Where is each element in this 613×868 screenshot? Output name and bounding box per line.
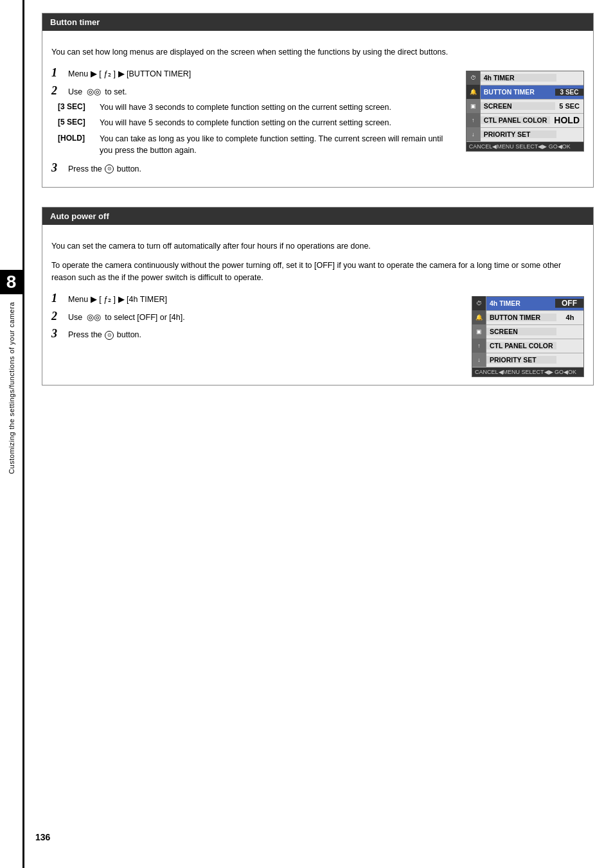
step3-row: 3 Press the ⊙ button. [51, 161, 457, 175]
menu-label-4htimer-ap: 4h TIMER [486, 299, 555, 307]
main-content: Button timer You can set how long menus … [29, 0, 613, 418]
button-timer-intro: You can set how long menus are displayed… [51, 46, 584, 58]
ap-step3-content: Press the ⊙ button. [68, 329, 463, 341]
step1-content: Menu ▶ [ ƒ₂ ] ▶ [BUTTON TIMER] [68, 68, 457, 80]
ap-step3-suffix: button. [117, 330, 141, 339]
ap-step2-suffix: to select [OFF] or [4h]. [105, 313, 184, 322]
auto-power-step-left: 1 Menu ▶ [ ƒ₂ ] ▶ [4h TIMER] 2 [51, 292, 463, 345]
button-timer-menu-image: ⏱ 4h TIMER 🔔 BUTTON TIMER 3 SEC [466, 67, 584, 152]
menu-row-4htimer-bt: ⏱ 4h TIMER [466, 71, 583, 85]
step3-button: ⊙ [105, 164, 114, 173]
ap-step2-number: 2 [51, 310, 64, 324]
menu-icon-ctl-bt: ↑ [466, 113, 481, 127]
ap-step1-arrow2: ▶ [118, 295, 127, 304]
menu-value-5sec: 5 SEC [555, 102, 583, 110]
menu-icon-ctl-ap: ↑ [472, 339, 486, 353]
step1-menu: [BUTTON TIMER] [127, 69, 191, 78]
ap-step3-number: 3 [51, 327, 64, 341]
sub-item-3sec-label: [3 SEC] [58, 102, 93, 113]
button-timer-header: Button timer [42, 13, 593, 31]
ap-step1-bracket: [ ƒ₂ ] [99, 295, 116, 304]
menu-icon-clock-bt: ⏱ [466, 71, 481, 85]
menu-label-screen-bt: SCREEN [481, 102, 555, 110]
menu-icon-priority-ap: ↓ [472, 353, 486, 367]
page-container: 8 Customizing the settings/functions of … [0, 0, 613, 868]
ap-step1-number: 1 [51, 292, 64, 306]
ap-step3-text: Press the [68, 330, 102, 339]
step1-bracket: [ ƒ₂ ] [99, 69, 116, 78]
button-timer-camera-menu: ⏱ 4h TIMER 🔔 BUTTON TIMER 3 SEC [466, 71, 584, 152]
auto-power-steps-area: 1 Menu ▶ [ ƒ₂ ] ▶ [4h TIMER] 2 [51, 292, 584, 377]
step1-row: 1 Menu ▶ [ ƒ₂ ] ▶ [BUTTON TIMER] [51, 66, 457, 80]
step1-arrow1: ▶ [91, 69, 99, 78]
menu-label-btimer: BUTTON TIMER [481, 88, 555, 96]
auto-power-note: To operate the camera continuously witho… [51, 260, 584, 284]
menu-value-off: OFF [555, 299, 583, 308]
menu-icon-clock-ap: ⏱ [472, 296, 486, 310]
auto-power-camera-menu: ⏱ 4h TIMER OFF 🔔 BUTTON TIMER 4h [472, 296, 584, 377]
sidebar: 8 Customizing the settings/functions of … [0, 0, 24, 868]
menu-row-btimer: 🔔 BUTTON TIMER 3 SEC [466, 85, 583, 100]
sub-items: [3 SEC] You will have 3 seconds to compl… [58, 102, 457, 156]
menu-label-priority-bt: PRIORITY SET [481, 130, 556, 138]
sub-item-3sec: [3 SEC] You will have 3 seconds to compl… [58, 102, 457, 113]
menu-row-screen-bt: ▣ SCREEN 5 SEC [466, 100, 583, 114]
auto-power-header: Auto power off [42, 208, 593, 225]
menu-label-ctl-bt: CTL PANEL COLOR [481, 116, 551, 124]
step1-arrow2: ▶ [118, 69, 127, 78]
menu-row-screen-ap: ▣ SCREEN [472, 325, 583, 339]
ap-step3-row: 3 Press the ⊙ button. [51, 327, 463, 341]
ap-step2-controls: ◎◎ [87, 312, 103, 322]
menu-row-ctl-bt: ↑ CTL PANEL COLOR HOLD [466, 114, 583, 128]
step2-content: Use ◎◎ to set. [68, 85, 457, 98]
chapter-text: Customizing the settings/functions of yo… [8, 302, 15, 474]
menu-label-priority-ap: PRIORITY SET [486, 356, 556, 364]
sub-item-hold-label: [HOLD] [58, 133, 93, 156]
menu-row-priority-ap: ↓ PRIORITY SET [472, 353, 583, 368]
menu-icon-priority-bt: ↓ [466, 127, 481, 141]
menu-label-screen-ap: SCREEN [486, 328, 556, 335]
button-timer-section: Button timer You can set how long menus … [42, 13, 594, 188]
menu-value-hold: HOLD [550, 115, 583, 125]
sub-item-5sec: [5 SEC] You will have 5 seconds to compl… [58, 117, 457, 128]
menu-row-btimer-ap: 🔔 BUTTON TIMER 4h [472, 311, 583, 325]
sub-item-hold-text: You can take as long as you like to comp… [100, 133, 457, 156]
ap-step2-text: Use [68, 313, 82, 322]
menu-icon-screen-ap: ▣ [472, 324, 486, 339]
auto-power-section: Auto power off You can set the camera to… [42, 207, 594, 385]
ap-step3-button: ⊙ [105, 331, 114, 340]
menu-value-4h: 4h [556, 314, 583, 321]
menu-value-3sec: 3 SEC [555, 89, 583, 96]
page-number: 136 [35, 832, 50, 842]
menu-label-ctl-ap: CTL PANEL COLOR [486, 342, 556, 350]
step2-suffix: to set. [105, 87, 127, 96]
step3-content: Press the ⊙ button. [68, 163, 457, 175]
auto-power-intro: You can set the camera to turn off autom… [51, 240, 584, 252]
auto-power-content: You can set the camera to turn off autom… [42, 233, 593, 385]
ap-step1-row: 1 Menu ▶ [ ƒ₂ ] ▶ [4h TIMER] [51, 292, 463, 306]
sub-item-3sec-text: You will have 3 seconds to complete func… [100, 102, 457, 113]
menu-bottom-bt: CANCEL◀MENU SELECT◀▶ GO◀OK [466, 142, 583, 151]
sub-item-hold: [HOLD] You can take as long as you like … [58, 133, 457, 156]
menu-row-4htimer-ap: ⏱ 4h TIMER OFF [472, 297, 583, 311]
menu-row-priority-bt: ↓ PRIORITY SET [466, 128, 583, 142]
step1-number: 1 [51, 66, 64, 80]
menu-icon-btimer-ap: 🔔 [472, 310, 486, 324]
step1-text: Menu [68, 69, 88, 78]
sub-item-5sec-label: [5 SEC] [58, 117, 93, 128]
ap-step1-text: Menu [68, 295, 88, 304]
ap-step2-content: Use ◎◎ to select [OFF] or [4h]. [68, 311, 463, 324]
menu-icon-screen-bt: ▣ [466, 99, 481, 113]
chapter-number: 8 [0, 270, 24, 294]
button-timer-step-left: 1 Menu ▶ [ ƒ₂ ] ▶ [BUTTON TIMER] [51, 66, 457, 179]
step2-row: 2 Use ◎◎ to set. [51, 84, 457, 98]
menu-label-4htimer-bt: 4h TIMER [481, 74, 556, 82]
ap-step2-row: 2 Use ◎◎ to select [OFF] or [4h]. [51, 310, 463, 324]
step2-text: Use [68, 87, 82, 96]
ap-step1-content: Menu ▶ [ ƒ₂ ] ▶ [4h TIMER] [68, 294, 463, 306]
step2-number: 2 [51, 84, 64, 98]
sub-item-5sec-text: You will have 5 seconds to complete func… [100, 117, 457, 128]
step3-text: Press the [68, 164, 102, 173]
button-timer-steps-area: 1 Menu ▶ [ ƒ₂ ] ▶ [BUTTON TIMER] [51, 66, 584, 179]
step3-suffix: button. [117, 164, 141, 173]
